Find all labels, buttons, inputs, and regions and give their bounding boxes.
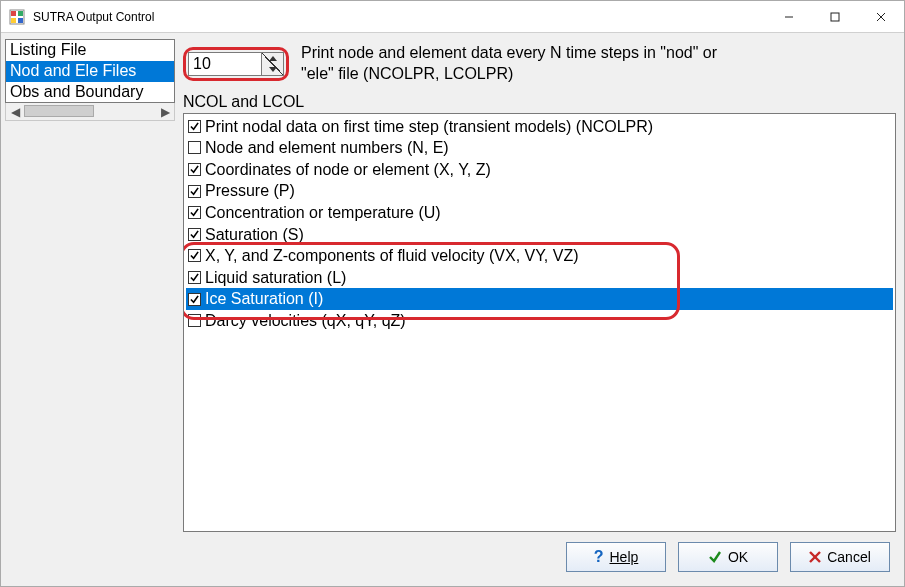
interval-input[interactable] [188, 52, 262, 76]
maximize-button[interactable] [812, 1, 858, 32]
options-listbox[interactable]: Print nodal data on first time step (tra… [183, 113, 896, 532]
interval-spin-highlight [183, 47, 289, 81]
option-row[interactable]: Saturation (S) [186, 224, 893, 246]
option-label: Node and element numbers (N, E) [205, 137, 449, 159]
option-row[interactable]: Liquid saturation (L) [186, 267, 893, 289]
window-title: SUTRA Output Control [33, 10, 766, 24]
checkbox[interactable] [188, 271, 201, 284]
app-icon [9, 9, 25, 25]
sidebar-horizontal-scrollbar[interactable]: ◀ ▶ [5, 103, 175, 121]
option-label: Ice Saturation (I) [205, 288, 323, 310]
interval-description-line2: "ele" file (NCOLPR, LCOLPR) [301, 64, 717, 85]
option-row[interactable]: Coordinates of node or element (X, Y, Z) [186, 159, 893, 181]
option-row[interactable]: Ice Saturation (I) [186, 288, 893, 310]
cancel-button-label: Cancel [827, 549, 871, 565]
title-bar: SUTRA Output Control [1, 1, 904, 33]
help-button[interactable]: ? Help [566, 542, 666, 572]
interval-spin-buttons[interactable] [262, 52, 284, 76]
checkbox[interactable] [188, 206, 201, 219]
spin-up-button[interactable] [262, 53, 283, 64]
ok-button[interactable]: OK [678, 542, 778, 572]
option-label: Concentration or temperature (U) [205, 202, 441, 224]
option-row[interactable]: X, Y, and Z-components of fluid velocity… [186, 245, 893, 267]
option-row[interactable]: Print nodal data on first time step (tra… [186, 116, 893, 138]
help-icon: ? [594, 548, 604, 566]
checkbox[interactable] [188, 141, 201, 154]
scroll-right-arrow-icon[interactable]: ▶ [156, 103, 174, 120]
category-list[interactable]: Listing FileNod and Ele FilesObs and Bou… [5, 39, 175, 103]
help-button-label: Help [609, 549, 638, 565]
checkbox[interactable] [188, 314, 201, 327]
option-row[interactable]: Node and element numbers (N, E) [186, 137, 893, 159]
checkbox[interactable] [188, 293, 201, 306]
check-icon [708, 550, 722, 564]
checkbox[interactable] [188, 228, 201, 241]
checkbox[interactable] [188, 120, 201, 133]
option-label: X, Y, and Z-components of fluid velocity… [205, 245, 579, 267]
cross-icon [809, 551, 821, 563]
checkbox[interactable] [188, 185, 201, 198]
option-label: Pressure (P) [205, 180, 295, 202]
interval-description: Print node and element data every N time… [301, 43, 717, 85]
option-label: Coordinates of node or element (X, Y, Z) [205, 159, 491, 181]
dialog-buttons: ? Help OK Cancel [1, 532, 904, 586]
window-controls [766, 1, 904, 32]
svg-rect-1 [11, 11, 16, 16]
option-row[interactable]: Concentration or temperature (U) [186, 202, 893, 224]
option-label: Darcy velocities (qX, qY, qZ) [205, 310, 406, 332]
scroll-track[interactable] [24, 103, 156, 120]
interval-description-line1: Print node and element data every N time… [301, 43, 717, 64]
scroll-left-arrow-icon[interactable]: ◀ [6, 103, 24, 120]
svg-rect-4 [18, 18, 23, 23]
interval-row: Print node and element data every N time… [183, 39, 896, 91]
spin-down-button[interactable] [262, 64, 283, 75]
left-column: Listing FileNod and Ele FilesObs and Bou… [5, 39, 175, 532]
checkbox[interactable] [188, 249, 201, 262]
window-frame: SUTRA Output Control Listing FileNod and… [0, 0, 905, 587]
svg-rect-3 [11, 18, 16, 23]
ok-button-label: OK [728, 549, 748, 565]
option-row[interactable]: Darcy velocities (qX, qY, qZ) [186, 310, 893, 332]
option-label: Saturation (S) [205, 224, 304, 246]
options-group-label: NCOL and LCOL [183, 91, 896, 113]
minimize-button[interactable] [766, 1, 812, 32]
main-panel: Print node and element data every N time… [183, 39, 896, 532]
cancel-button[interactable]: Cancel [790, 542, 890, 572]
svg-rect-2 [18, 11, 23, 16]
sidebar-item[interactable]: Nod and Ele Files [6, 61, 175, 82]
option-label: Print nodal data on first time step (tra… [205, 116, 653, 138]
sidebar-item[interactable]: Listing File [6, 40, 175, 61]
svg-rect-6 [831, 13, 839, 21]
option-row[interactable]: Pressure (P) [186, 180, 893, 202]
sidebar-item[interactable]: Obs and Boundary [6, 82, 175, 103]
checkbox[interactable] [188, 163, 201, 176]
client-area: Listing FileNod and Ele FilesObs and Bou… [1, 33, 904, 532]
option-label: Liquid saturation (L) [205, 267, 346, 289]
scroll-thumb[interactable] [24, 105, 94, 117]
close-button[interactable] [858, 1, 904, 32]
